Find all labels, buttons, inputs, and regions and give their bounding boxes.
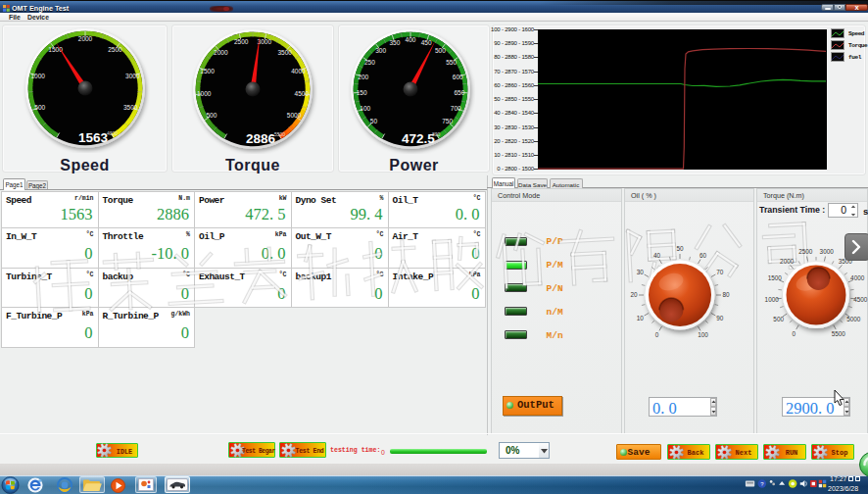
- svg-text:90: 90: [716, 315, 724, 321]
- svg-text:4000: 4000: [850, 274, 865, 281]
- svg-text:80: 80: [722, 291, 730, 298]
- svg-text:100: 100: [360, 104, 370, 111]
- svg-text:500: 500: [435, 46, 446, 53]
- svg-text:50: 50: [676, 245, 684, 252]
- svg-text:250: 250: [364, 58, 375, 65]
- svg-text:472.5: 472.5: [402, 130, 435, 145]
- svg-text:4500: 4500: [853, 296, 868, 303]
- svg-text:650: 650: [454, 88, 464, 95]
- svg-text:200: 200: [358, 73, 368, 79]
- svg-text:30: 30: [637, 269, 645, 275]
- svg-text:40: 40: [653, 252, 661, 259]
- svg-text:500: 500: [773, 316, 784, 322]
- svg-text:1563: 1563: [77, 130, 108, 145]
- svg-text:1500: 1500: [767, 274, 782, 281]
- svg-text:0: 0: [655, 331, 659, 338]
- svg-text:4500: 4500: [294, 90, 309, 97]
- svg-text:400: 400: [406, 36, 416, 43]
- svg-text:20: 20: [630, 291, 638, 298]
- svg-text:500: 500: [34, 104, 45, 111]
- svg-text:2500: 2500: [798, 248, 813, 255]
- svg-text:3000: 3000: [125, 73, 140, 79]
- svg-text:5000: 5000: [846, 316, 861, 322]
- svg-text:150: 150: [357, 88, 367, 95]
- svg-text:750: 750: [442, 118, 453, 124]
- svg-text:2500: 2500: [108, 46, 122, 53]
- svg-text:60: 60: [699, 252, 707, 259]
- svg-text:5000: 5000: [286, 112, 301, 119]
- svg-text:1500: 1500: [48, 46, 63, 53]
- svg-text:1000: 1000: [764, 296, 779, 303]
- svg-text:0: 0: [792, 330, 796, 337]
- svg-text:300: 300: [375, 46, 386, 53]
- svg-text:2000: 2000: [214, 48, 228, 55]
- svg-text:4000: 4000: [107, 130, 118, 136]
- svg-text:3500: 3500: [277, 48, 292, 55]
- svg-text:3500: 3500: [122, 104, 137, 111]
- svg-text:5500: 5500: [831, 330, 845, 337]
- svg-text:550: 550: [446, 58, 457, 65]
- svg-text:100: 100: [698, 331, 708, 338]
- svg-text:70: 70: [716, 269, 724, 275]
- svg-text:10: 10: [637, 315, 645, 321]
- svg-text:1000: 1000: [30, 73, 45, 79]
- svg-text:500: 500: [206, 112, 217, 119]
- svg-text:3000: 3000: [819, 248, 834, 255]
- svg-text:1500: 1500: [200, 67, 215, 74]
- svg-text:350: 350: [389, 39, 400, 46]
- svg-text:450: 450: [421, 39, 432, 46]
- svg-text:2000: 2000: [780, 258, 795, 265]
- svg-text:2500: 2500: [233, 37, 248, 44]
- svg-text:2886: 2886: [245, 130, 275, 145]
- svg-text:800: 800: [432, 130, 441, 136]
- svg-text:2000: 2000: [77, 35, 92, 42]
- svg-text:700: 700: [451, 104, 461, 111]
- svg-text:4000: 4000: [291, 67, 306, 74]
- svg-text:600: 600: [453, 73, 463, 79]
- svg-text:1000: 1000: [196, 90, 211, 97]
- svg-text:50: 50: [370, 118, 378, 124]
- svg-text:5500: 5500: [274, 130, 285, 136]
